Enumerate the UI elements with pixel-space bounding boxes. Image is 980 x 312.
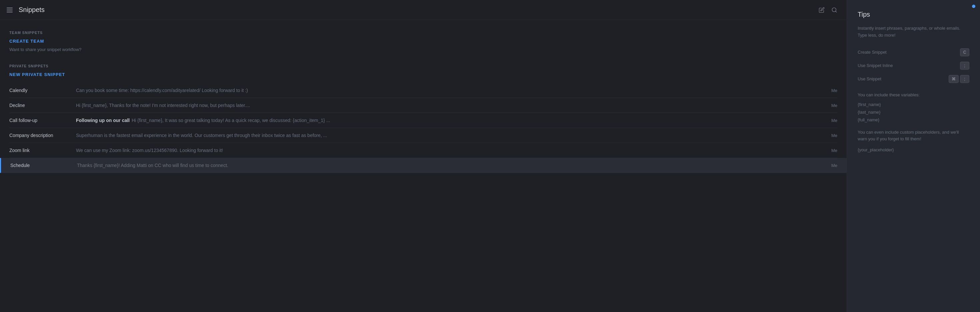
- svg-line-1: [835, 11, 836, 12]
- snippet-body: Superhuman is the fastest email experien…: [76, 133, 327, 138]
- var-last-name: {last_name}: [858, 110, 969, 115]
- snippet-content: Hi {first_name}, Thanks for the note! I'…: [76, 103, 825, 108]
- team-description: Want to share your snippet workflow?: [10, 47, 837, 52]
- snippets-list: Calendly Can you book some time: https:/…: [10, 83, 837, 173]
- shortcut-create: Create Snippet C: [858, 48, 969, 56]
- snippet-name: Zoom link: [10, 148, 76, 153]
- kbd-c: C: [960, 48, 969, 56]
- kbd-semicolon: ;: [960, 62, 969, 70]
- kbd-semicolon2: ;: [960, 75, 969, 83]
- tips-title: Tips: [858, 11, 969, 18]
- snippet-content: We can use my Zoom link: zoom.us/1234567…: [76, 148, 825, 153]
- custom-var: {your_placeholder}: [858, 147, 969, 152]
- shortcut-create-label: Create Snippet: [858, 50, 887, 55]
- snippet-body: We can use my Zoom link: zoom.us/1234567…: [76, 148, 223, 153]
- variables-title: You can include these variables:: [858, 92, 969, 97]
- snippet-name: Decline: [10, 103, 76, 108]
- snippet-name: Call follow-up: [10, 118, 76, 123]
- snippet-author: Me: [831, 88, 837, 93]
- snippet-body: Can you book some time: https://calendly…: [76, 88, 248, 93]
- snippet-row[interactable]: Call follow-up Following up on our call …: [10, 113, 837, 128]
- content-area: Team Snippets CREATE TEAM Want to share …: [0, 20, 847, 312]
- private-section: Private Snippets NEW PRIVATE SNIPPET Cal…: [10, 64, 837, 173]
- snippet-row[interactable]: Calendly Can you book some time: https:/…: [10, 83, 837, 98]
- team-section-label: Team Snippets: [10, 31, 837, 35]
- snippet-body: Thanks {first_name}! Adding Matti on CC …: [77, 163, 228, 168]
- edit-icon[interactable]: [819, 7, 825, 13]
- search-icon[interactable]: [831, 7, 837, 13]
- private-section-label: Private Snippets: [10, 64, 837, 68]
- custom-vars-description: You can even include custom placeholders…: [858, 129, 969, 143]
- snippet-content: Thanks {first_name}! Adding Matti on CC …: [77, 163, 825, 168]
- var-full-name: {full_name}: [858, 117, 969, 123]
- tips-panel: Tips Instantly insert phrases, paragraph…: [847, 0, 980, 312]
- shortcut-use: Use Snippet ⌘ ;: [858, 75, 969, 83]
- tips-description: Instantly insert phrases, paragraphs, or…: [858, 25, 969, 39]
- header: Snippets: [0, 0, 847, 20]
- snippet-subject: Following up on our call: [76, 118, 130, 123]
- snippet-body: Hi {first_name}, It was so great talking…: [132, 118, 330, 123]
- snippet-author: Me: [831, 133, 837, 138]
- snippet-name: Company description: [10, 133, 76, 138]
- shortcut-use-label: Use Snippet: [858, 76, 881, 81]
- snippet-row[interactable]: Company description Superhuman is the fa…: [10, 128, 837, 143]
- shortcut-inline-label: Use Snippet Inline: [858, 63, 893, 68]
- variables-section: You can include these variables: {first_…: [858, 92, 969, 123]
- kbd-cmd: ⌘: [949, 75, 959, 83]
- create-team-button[interactable]: CREATE TEAM: [10, 39, 837, 44]
- header-left: Snippets: [7, 6, 45, 14]
- snippet-row[interactable]: Zoom link We can use my Zoom link: zoom.…: [10, 143, 837, 158]
- snippet-author: Me: [831, 148, 837, 153]
- snippet-content: Can you book some time: https://calendly…: [76, 88, 825, 93]
- shortcut-create-keys: C: [960, 48, 969, 56]
- snippet-author: Me: [831, 103, 837, 108]
- menu-icon[interactable]: [7, 8, 13, 12]
- dot-indicator: [972, 5, 975, 8]
- snippet-row-active[interactable]: Schedule Thanks {first_name}! Adding Mat…: [0, 158, 847, 173]
- snippet-content: Superhuman is the fastest email experien…: [76, 133, 825, 138]
- main-panel: Snippets Team Snippets CREATE TEAM Wan: [0, 0, 847, 312]
- snippet-content: Following up on our call Hi {first_name}…: [76, 118, 825, 123]
- snippet-author: Me: [831, 163, 837, 168]
- page-title: Snippets: [19, 6, 45, 14]
- team-section: Team Snippets CREATE TEAM Want to share …: [10, 31, 837, 52]
- new-private-snippet-button[interactable]: NEW PRIVATE SNIPPET: [10, 72, 837, 77]
- snippet-name: Schedule: [10, 163, 77, 168]
- snippet-body: Hi {first_name}, Thanks for the note! I'…: [76, 103, 250, 108]
- var-first-name: {first_name}: [858, 102, 969, 107]
- shortcut-inline-keys: ;: [960, 62, 969, 70]
- shortcut-use-keys: ⌘ ;: [949, 75, 969, 83]
- snippet-name: Calendly: [10, 88, 76, 93]
- snippet-author: Me: [831, 118, 837, 123]
- header-icons: [819, 7, 837, 13]
- shortcut-inline: Use Snippet Inline ;: [858, 62, 969, 70]
- snippet-row[interactable]: Decline Hi {first_name}, Thanks for the …: [10, 98, 837, 113]
